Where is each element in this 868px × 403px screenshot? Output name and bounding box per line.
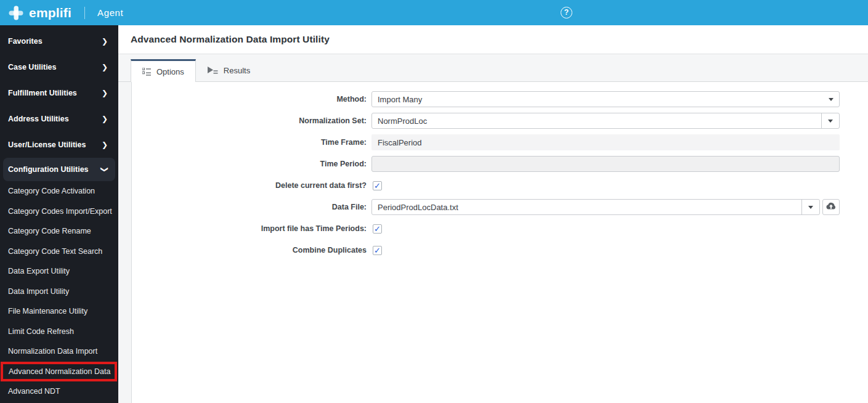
sidebar-item-advanced-ndt[interactable]: Advanced NDT (0, 381, 118, 402)
chevron-right-icon: ❯ (102, 38, 108, 45)
sidebar-item-category-code-rename[interactable]: Category Code Rename (0, 221, 118, 242)
dropdown-arrow-icon (829, 98, 834, 101)
sidebar-item-data-export-utility[interactable]: Data Export Utility (0, 261, 118, 282)
panel-gutter (118, 82, 131, 403)
sidebar-group-fulfillment-utilities[interactable]: Fulfillment Utilities ❯ (0, 80, 118, 106)
sidebar-item-file-maintenance-utility[interactable]: File Maintenance Utility (0, 301, 118, 322)
help-icon[interactable] (561, 7, 572, 18)
time-period-field (371, 156, 840, 172)
sidebar-item-category-code-activation[interactable]: Category Code Activation (0, 181, 118, 202)
sidebar-group-user-license-utilities[interactable]: User/License Utilities ❯ (0, 132, 118, 158)
chevron-right-icon: ❯ (102, 63, 108, 71)
normalization-set-combobox[interactable]: NormProdLoc (371, 113, 840, 129)
combine-duplicates-checkbox[interactable] (373, 246, 382, 255)
results-run-icon (207, 67, 218, 75)
sidebar-group-configuration-utilities[interactable]: Configuration Utilities ❯ (3, 158, 115, 181)
tab-options[interactable]: Options (131, 59, 196, 82)
cloud-upload-icon (825, 202, 837, 213)
sidebar: Favorites ❯ Case Utilities ❯ Fulfillment… (0, 25, 118, 403)
normalization-set-dropdown-button[interactable] (821, 113, 839, 128)
sidebar-item-limit-code-refresh[interactable]: Limit Code Refresh (0, 322, 118, 342)
data-file-combobox[interactable]: PeriodProdLocData.txt (371, 199, 820, 215)
tab-bar: Options Results (118, 54, 868, 82)
sidebar-group-case-utilities[interactable]: Case Utilities ❯ (0, 54, 118, 80)
options-list-icon (142, 68, 151, 76)
import-time-periods-checkbox[interactable] (373, 224, 382, 234)
emplifi-flower-icon (9, 6, 23, 20)
top-bar: emplifi Agent (0, 0, 868, 25)
product-name: Agent (97, 7, 123, 18)
tab-results[interactable]: Results (196, 59, 261, 82)
chevron-right-icon: ❯ (102, 141, 108, 149)
page-title: Advanced Normalization Data Import Utili… (131, 34, 330, 45)
time-period-label: Time Period: (132, 160, 367, 168)
chevron-right-icon: ❯ (102, 89, 108, 97)
brand-name: emplifi (29, 6, 71, 20)
chevron-down-icon: ❯ (101, 166, 108, 173)
sidebar-item-data-import-utility[interactable]: Data Import Utility (0, 282, 118, 302)
data-file-dropdown-button[interactable] (801, 200, 819, 214)
data-file-label: Data File: (132, 203, 367, 211)
delete-current-data-label: Delete current data first? (132, 181, 367, 190)
time-frame-label: Time Frame: (132, 138, 367, 147)
sidebar-item-normalization-data-import[interactable]: Normalization Data Import (0, 341, 118, 362)
method-select[interactable]: Import Many (371, 91, 840, 107)
combine-duplicates-label: Combine Duplicates (132, 246, 367, 254)
method-label: Method: (132, 95, 367, 104)
brand-logo: emplifi Agent (9, 6, 123, 20)
chevron-right-icon: ❯ (102, 115, 108, 123)
dropdown-arrow-icon (808, 206, 813, 209)
import-time-periods-label: Import file has Time Periods: (132, 224, 367, 233)
title-bar: Advanced Normalization Data Import Utili… (118, 25, 868, 54)
sidebar-group-address-utilities[interactable]: Address Utilities ❯ (0, 106, 118, 132)
sidebar-item-advanced-normalization-data[interactable]: Advanced Normalization Data (1, 362, 117, 382)
dropdown-arrow-icon (828, 120, 833, 123)
delete-current-data-checkbox[interactable] (373, 181, 382, 190)
sidebar-group-favorites[interactable]: Favorites ❯ (0, 28, 118, 54)
sidebar-item-category-codes-import-export[interactable]: Category Codes Import/Export (0, 202, 118, 222)
upload-file-button[interactable] (822, 199, 840, 215)
sidebar-item-category-code-text-search[interactable]: Category Code Text Search (0, 242, 118, 262)
time-frame-field: FiscalPeriod (371, 134, 840, 150)
brand-divider (84, 7, 85, 19)
normalization-set-label: Normalization Set: (132, 116, 367, 125)
options-panel: Method: Import Many Normalization Set: N… (131, 82, 868, 403)
